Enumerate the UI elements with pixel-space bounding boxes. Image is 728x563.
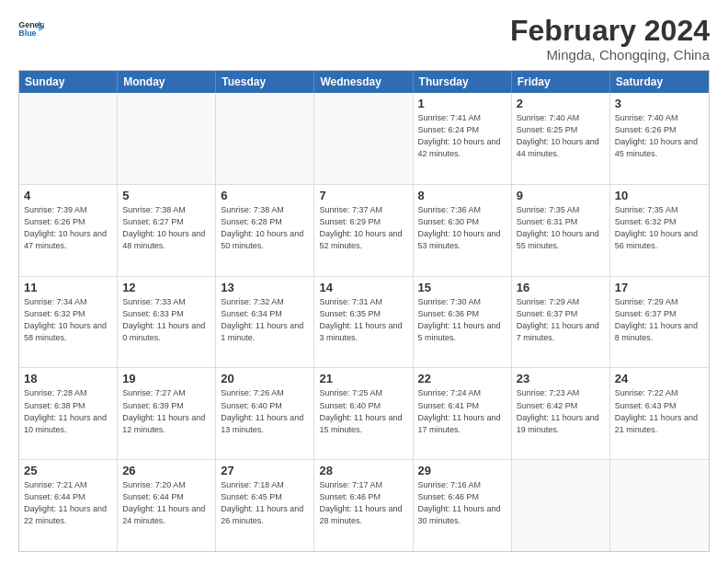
day-info: Sunrise: 7:21 AM Sunset: 6:44 PM Dayligh… [24,479,112,527]
calendar-cell-day-20: 20Sunrise: 7:26 AM Sunset: 6:40 PM Dayli… [216,368,314,459]
day-number: 12 [122,281,210,294]
calendar-cell-empty [118,93,216,184]
day-info: Sunrise: 7:20 AM Sunset: 6:44 PM Dayligh… [122,479,210,527]
calendar-cell-day-18: 18Sunrise: 7:28 AM Sunset: 6:38 PM Dayli… [19,368,118,459]
day-info: Sunrise: 7:35 AM Sunset: 6:31 PM Dayligh… [517,204,605,252]
day-number: 18 [24,372,112,385]
calendar-cell-day-14: 14Sunrise: 7:31 AM Sunset: 6:35 PM Dayli… [314,277,413,368]
header-day-monday: Monday [118,71,216,93]
logo-icon: General Blue [18,18,44,39]
calendar-cell-day-4: 4Sunrise: 7:39 AM Sunset: 6:26 PM Daylig… [19,185,118,276]
day-number: 11 [24,281,112,294]
day-number: 10 [615,189,704,202]
day-number: 29 [418,464,506,477]
day-number: 8 [418,189,506,202]
calendar-cell-day-8: 8Sunrise: 7:36 AM Sunset: 6:30 PM Daylig… [414,185,512,276]
day-number: 27 [221,464,309,477]
day-info: Sunrise: 7:17 AM Sunset: 6:46 PM Dayligh… [319,479,407,527]
calendar-cell-day-11: 11Sunrise: 7:34 AM Sunset: 6:32 PM Dayli… [19,277,118,368]
calendar-cell-day-7: 7Sunrise: 7:37 AM Sunset: 6:29 PM Daylig… [314,185,413,276]
day-number: 22 [418,372,506,385]
day-number: 28 [319,464,407,477]
day-info: Sunrise: 7:33 AM Sunset: 6:33 PM Dayligh… [122,296,210,344]
calendar-row-4: 25Sunrise: 7:21 AM Sunset: 6:44 PM Dayli… [19,459,709,551]
header-day-wednesday: Wednesday [314,71,413,93]
day-info: Sunrise: 7:22 AM Sunset: 6:43 PM Dayligh… [615,387,704,435]
day-info: Sunrise: 7:34 AM Sunset: 6:32 PM Dayligh… [24,296,112,344]
calendar-body: 1Sunrise: 7:41 AM Sunset: 6:24 PM Daylig… [19,93,709,551]
calendar-cell-day-27: 27Sunrise: 7:18 AM Sunset: 6:45 PM Dayli… [216,460,314,551]
month-title: February 2024 [510,15,710,47]
day-number: 15 [418,281,506,294]
day-number: 21 [319,372,407,385]
day-info: Sunrise: 7:24 AM Sunset: 6:41 PM Dayligh… [418,387,506,435]
calendar-cell-day-29: 29Sunrise: 7:16 AM Sunset: 6:46 PM Dayli… [414,460,512,551]
day-number: 9 [517,189,605,202]
page: General Blue February 2024 Mingda, Chong… [0,0,728,563]
calendar: SundayMondayTuesdayWednesdayThursdayFrid… [18,70,710,552]
day-info: Sunrise: 7:26 AM Sunset: 6:40 PM Dayligh… [221,387,309,435]
calendar-cell-day-15: 15Sunrise: 7:30 AM Sunset: 6:36 PM Dayli… [414,277,512,368]
calendar-cell-day-9: 9Sunrise: 7:35 AM Sunset: 6:31 PM Daylig… [512,185,610,276]
day-info: Sunrise: 7:28 AM Sunset: 6:38 PM Dayligh… [24,387,112,435]
day-number: 26 [122,464,210,477]
day-number: 25 [24,464,112,477]
header: General Blue February 2024 Mingda, Chong… [18,15,710,63]
day-info: Sunrise: 7:39 AM Sunset: 6:26 PM Dayligh… [24,204,112,252]
day-info: Sunrise: 7:40 AM Sunset: 6:25 PM Dayligh… [517,112,605,160]
calendar-row-3: 18Sunrise: 7:28 AM Sunset: 6:38 PM Dayli… [19,367,709,459]
header-day-thursday: Thursday [414,71,512,93]
day-number: 24 [615,372,704,385]
calendar-cell-day-6: 6Sunrise: 7:38 AM Sunset: 6:28 PM Daylig… [216,185,314,276]
day-info: Sunrise: 7:18 AM Sunset: 6:45 PM Dayligh… [221,479,309,527]
calendar-cell-day-21: 21Sunrise: 7:25 AM Sunset: 6:40 PM Dayli… [314,368,413,459]
day-info: Sunrise: 7:38 AM Sunset: 6:27 PM Dayligh… [122,204,210,252]
header-day-tuesday: Tuesday [216,71,314,93]
day-number: 20 [221,372,309,385]
day-info: Sunrise: 7:37 AM Sunset: 6:29 PM Dayligh… [319,204,407,252]
header-day-saturday: Saturday [610,71,709,93]
calendar-cell-day-5: 5Sunrise: 7:38 AM Sunset: 6:27 PM Daylig… [118,185,216,276]
day-number: 14 [319,281,407,294]
day-number: 2 [517,97,605,110]
calendar-row-2: 11Sunrise: 7:34 AM Sunset: 6:32 PM Dayli… [19,276,709,368]
day-number: 5 [122,189,210,202]
day-number: 4 [24,189,112,202]
day-info: Sunrise: 7:27 AM Sunset: 6:39 PM Dayligh… [122,387,210,435]
svg-text:Blue: Blue [18,29,36,38]
day-info: Sunrise: 7:40 AM Sunset: 6:26 PM Dayligh… [615,112,704,160]
day-info: Sunrise: 7:30 AM Sunset: 6:36 PM Dayligh… [418,296,506,344]
calendar-cell-empty [314,93,413,184]
day-info: Sunrise: 7:29 AM Sunset: 6:37 PM Dayligh… [517,296,605,344]
calendar-cell-empty [19,93,118,184]
day-number: 16 [517,281,605,294]
calendar-cell-day-19: 19Sunrise: 7:27 AM Sunset: 6:39 PM Dayli… [118,368,216,459]
calendar-row-1: 4Sunrise: 7:39 AM Sunset: 6:26 PM Daylig… [19,184,709,276]
calendar-cell-day-24: 24Sunrise: 7:22 AM Sunset: 6:43 PM Dayli… [610,368,709,459]
day-number: 13 [221,281,309,294]
day-info: Sunrise: 7:25 AM Sunset: 6:40 PM Dayligh… [319,387,407,435]
location-subtitle: Mingda, Chongqing, China [510,47,710,63]
calendar-cell-day-12: 12Sunrise: 7:33 AM Sunset: 6:33 PM Dayli… [118,277,216,368]
calendar-cell-day-13: 13Sunrise: 7:32 AM Sunset: 6:34 PM Dayli… [216,277,314,368]
calendar-cell-day-26: 26Sunrise: 7:20 AM Sunset: 6:44 PM Dayli… [118,460,216,551]
calendar-cell-empty [610,460,709,551]
header-day-sunday: Sunday [19,71,118,93]
day-number: 19 [122,372,210,385]
day-number: 17 [615,281,704,294]
calendar-cell-empty [512,460,610,551]
day-number: 7 [319,189,407,202]
calendar-cell-day-17: 17Sunrise: 7:29 AM Sunset: 6:37 PM Dayli… [610,277,709,368]
day-info: Sunrise: 7:41 AM Sunset: 6:24 PM Dayligh… [418,112,506,160]
day-info: Sunrise: 7:35 AM Sunset: 6:32 PM Dayligh… [615,204,704,252]
calendar-cell-day-28: 28Sunrise: 7:17 AM Sunset: 6:46 PM Dayli… [314,460,413,551]
day-info: Sunrise: 7:23 AM Sunset: 6:42 PM Dayligh… [517,387,605,435]
day-info: Sunrise: 7:16 AM Sunset: 6:46 PM Dayligh… [418,479,506,527]
day-info: Sunrise: 7:31 AM Sunset: 6:35 PM Dayligh… [319,296,407,344]
logo: General Blue [18,18,44,39]
calendar-cell-day-22: 22Sunrise: 7:24 AM Sunset: 6:41 PM Dayli… [414,368,512,459]
calendar-cell-day-2: 2Sunrise: 7:40 AM Sunset: 6:25 PM Daylig… [512,93,610,184]
day-number: 23 [517,372,605,385]
calendar-cell-empty [216,93,314,184]
day-info: Sunrise: 7:38 AM Sunset: 6:28 PM Dayligh… [221,204,309,252]
